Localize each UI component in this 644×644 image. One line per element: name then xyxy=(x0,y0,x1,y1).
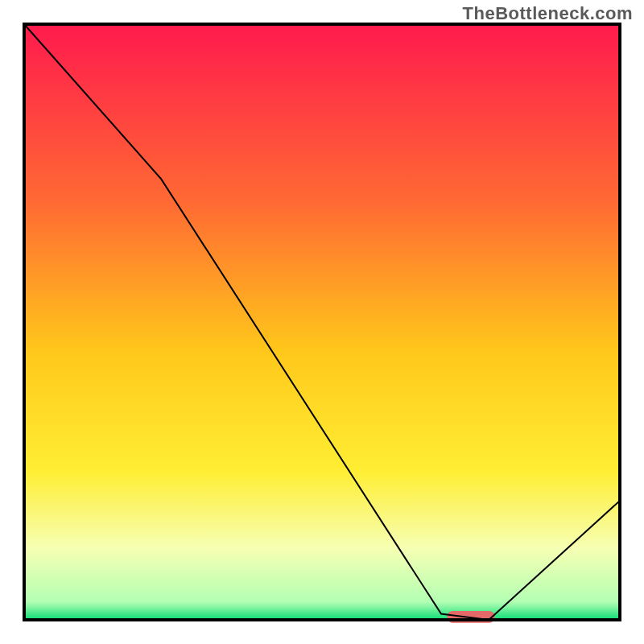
plot-background xyxy=(24,24,620,620)
chart-svg xyxy=(0,0,644,644)
chart-canvas: TheBottleneck.com xyxy=(0,0,644,644)
